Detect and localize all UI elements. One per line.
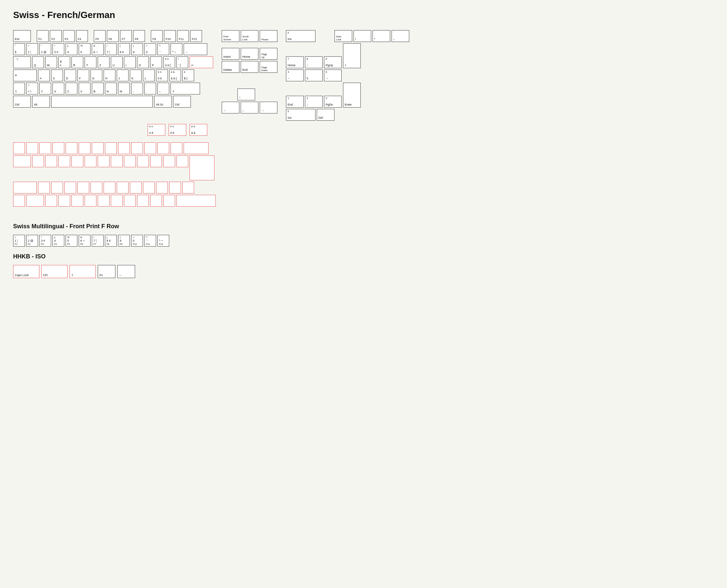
sm-key-2[interactable]: "2 @F2 [26,235,38,247]
key-f9[interactable]: F9 [151,30,163,42]
key-numlock[interactable]: NumLock [335,30,352,42]
key-num1[interactable]: 1End [286,96,304,108]
key-v[interactable]: V [79,83,90,94]
key-sect[interactable]: °§ [13,43,25,55]
key-n[interactable]: N [105,83,117,94]
key-f8[interactable]: F8 [133,30,145,42]
key-altgr[interactable]: Alt Gr [154,96,172,108]
key-x[interactable]: X [52,83,64,94]
key-numminus[interactable]: – [391,30,409,42]
sm-key-1[interactable]: +1 ¦F1 [13,235,25,247]
key-right[interactable]: → [260,102,277,113]
sm-key-4[interactable]: ç4F4 [52,235,64,247]
key-f6[interactable]: F6 [107,30,119,42]
key-f1[interactable]: F1 [37,30,48,42]
sm-key-9[interactable]: )9F9 [118,235,130,247]
key-k[interactable]: K [130,69,142,81]
key-fn-hhkb[interactable]: Fn [98,265,115,278]
key-f10[interactable]: F10 [164,30,176,42]
key-a[interactable]: A [38,69,50,81]
key-b[interactable]: B [92,83,104,94]
key-f3[interactable]: F3 [63,30,75,42]
key-pagedown[interactable]: PageDown [260,61,277,73]
key-3[interactable]: *3 # [52,43,64,55]
key-num7[interactable]: 7Home [286,57,304,68]
key-u[interactable]: U [111,57,123,68]
key-0[interactable]: =0 [144,43,156,55]
key-2[interactable]: "2 @ [39,43,51,55]
key-num3[interactable]: 3PgDn [324,96,342,108]
key-g[interactable]: G [90,69,102,81]
key-delete[interactable]: Delete [222,61,239,73]
key-m[interactable]: M [118,83,130,94]
key-up[interactable]: ↑ [237,88,255,100]
key-f11[interactable]: F11 [177,30,189,42]
key-num4[interactable]: 4← [286,69,304,81]
key-tab[interactable]: →| [13,57,31,68]
key-z[interactable]: Z [98,57,109,68]
key-r[interactable]: R [71,57,83,68]
key-f7[interactable]: F7 [120,30,132,42]
key-s[interactable]: S [51,69,63,81]
key-ctrl-hhkb[interactable]: Ctrl [41,265,67,278]
sm-key-5[interactable]: %5F5 [66,235,78,247]
key-num6[interactable]: 6→ [324,69,342,81]
key-pause[interactable]: Pause [260,30,277,42]
key-ae[interactable]: à ää à { [169,69,181,81]
key-numplus[interactable]: + [343,43,361,68]
sm-key-7[interactable]: /7 ¦F7 [92,235,104,247]
key-capslock[interactable]: ⊘ [13,69,37,81]
key-1[interactable]: +1 ¦ [26,43,38,55]
key-t[interactable]: T [85,57,97,68]
key-4[interactable]: ç4 [66,43,78,55]
key-enter-top[interactable]: ↵ [190,57,213,68]
key-rshift[interactable]: ⇧ [171,83,200,94]
key-down[interactable]: ↓ [241,102,258,113]
key-backspace[interactable]: ← [184,43,207,55]
key-home[interactable]: Home [241,48,258,60]
sm-key-f11[interactable]: ?' 'F11 [144,235,156,247]
key-scrolllock[interactable]: ScrollLock [241,30,258,42]
key-num9[interactable]: 9PgUp [324,57,342,68]
key-5[interactable]: %5 [79,43,90,55]
key-f4[interactable]: F4 [76,30,88,42]
key-num0[interactable]: 0Ins [286,109,316,121]
key-0-ins[interactable]: 0Ins [286,30,316,42]
key-p[interactable]: P [150,57,162,68]
key-i[interactable]: I [124,57,136,68]
key-h[interactable]: H [104,69,115,81]
key-end[interactable]: End [241,61,258,73]
key-num2[interactable]: 2↓ [305,96,323,108]
key-f[interactable]: F [78,69,89,81]
key-o[interactable]: O [137,57,149,68]
key-dash[interactable]: – [157,83,169,94]
key-comma[interactable]: ;, [131,83,143,94]
key-numslash[interactable]: / [354,30,371,42]
key-f12[interactable]: F12 [190,30,202,42]
key-lshift[interactable]: ⇧ [13,83,25,94]
key-lt[interactable]: >< \ [26,83,38,94]
sm-key-0[interactable]: =0F10 [131,235,143,247]
key-num8[interactable]: 8↑ [305,57,323,68]
key-insert[interactable]: Insert [222,48,239,60]
key-capslock-hhkb[interactable]: Caps Lock [13,265,39,278]
key-lalt[interactable]: Alt [32,96,50,108]
key-w[interactable]: W [45,57,57,68]
key-oe[interactable]: é öö é [156,69,168,81]
key-7[interactable]: /7 ¦ [105,43,117,55]
key-back-hhkb[interactable]: ← [117,265,135,278]
key-period[interactable]: :. [144,83,156,94]
key-quote[interactable]: ?' ' [157,43,169,55]
key-numstar[interactable]: * [372,30,390,42]
key-8[interactable]: (8 ¢ [118,43,130,55]
key-numenter[interactable]: Enter [343,83,361,108]
key-numdot[interactable]: .Del [317,109,335,121]
key-grave[interactable]: `^ ~ [171,43,182,55]
sm-key-8[interactable]: (8 ¢F8 [105,235,117,247]
key-shift-hhkb[interactable]: ⇧ [69,265,96,278]
key-j[interactable]: J [117,69,129,81]
key-c[interactable]: C [66,83,78,94]
key-q[interactable]: Q [32,57,44,68]
key-e[interactable]: E€ [58,57,70,68]
key-f2[interactable]: F2 [50,30,62,42]
